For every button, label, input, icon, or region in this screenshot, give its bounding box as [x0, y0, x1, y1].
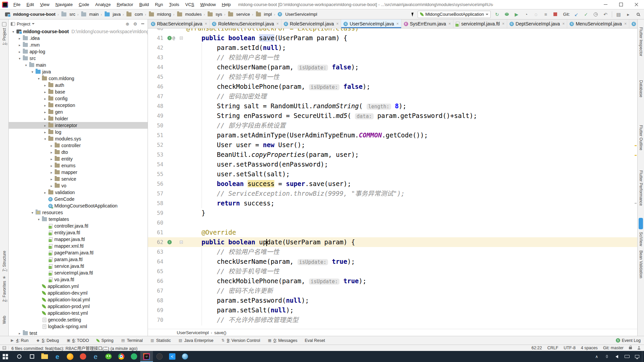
menu-run[interactable]: Run [152, 1, 166, 8]
menu-code[interactable]: Code [76, 1, 92, 8]
rollback-icon[interactable]: ↶ [602, 11, 609, 18]
stop-icon[interactable] [552, 11, 559, 18]
tree-item-.mvn[interactable]: .mvn [9, 42, 148, 48]
run-anything-icon[interactable]: ▸ [625, 11, 632, 18]
breadcrumb-save[interactable]: save() [214, 330, 226, 335]
tool-window-button-statistic[interactable]: Statistic [150, 338, 171, 343]
breadcrumb-item-java[interactable]: java [103, 11, 122, 17]
user-icon[interactable] [637, 346, 641, 350]
chevron-right-icon[interactable] [17, 43, 22, 47]
breadcrumb-item-mldong[interactable]: mldong [147, 11, 172, 17]
profiler-icon[interactable]: ◔ [523, 11, 530, 18]
chevron-right-icon[interactable] [43, 90, 48, 94]
coverage-icon[interactable]: ▶ [513, 11, 520, 18]
stripe-item-web[interactable]: Web [0, 316, 8, 324]
diagram-icon[interactable]: ▤ [615, 11, 622, 18]
edge-icon[interactable] [51, 351, 64, 362]
tree-item-param.java.ftl[interactable]: param.java.ftl [9, 256, 148, 263]
tree-item-mapper[interactable]: mapper [9, 169, 148, 176]
menu-window[interactable]: Window [198, 1, 218, 8]
fold-icon[interactable] [180, 37, 183, 40]
status-message[interactable]: 6 files committed: feat(rbac): RBAC用户管理接… [11, 345, 138, 351]
red-app-icon[interactable] [76, 351, 89, 362]
menu-refactor[interactable]: Refactor [114, 1, 136, 8]
tree-item-controller[interactable]: controller [9, 142, 148, 149]
breadcrumb-item-main[interactable]: main [79, 11, 100, 17]
search-everywhere-icon[interactable] [635, 11, 641, 18]
chevron-down-icon[interactable] [36, 77, 41, 80]
ie-icon[interactable] [89, 351, 102, 362]
tree-item-serviceimpl.java.ftl[interactable]: serviceImpl.java.ftl [9, 269, 148, 276]
commit-icon[interactable]: ✓ [583, 11, 589, 18]
tree-item-application-local.yml[interactable]: application-local.yml [9, 296, 148, 303]
tree-item-resources[interactable]: resources [9, 209, 148, 216]
tree-item-app-log[interactable]: app-log [9, 48, 148, 55]
chevron-right-icon[interactable] [17, 331, 22, 335]
menu-help[interactable]: Help [219, 1, 233, 8]
tree-item-vo.java.ftl[interactable]: vo.java.ftl [9, 276, 148, 283]
monitor-icon[interactable] [632, 351, 642, 362]
chevron-down-icon[interactable] [32, 23, 35, 24]
stripe-item-flutter-performance[interactable]: Flutter Performance [638, 170, 644, 206]
code-editor[interactable]: 40@Transactional(rollbackFor = Exception… [148, 28, 637, 329]
tree-item-.idea[interactable]: .idea [9, 35, 148, 42]
close-icon[interactable] [624, 21, 627, 26]
show-desktop-button[interactable] [642, 351, 644, 362]
chevron-down-icon[interactable] [36, 218, 41, 221]
chevron-right-icon[interactable] [49, 184, 54, 188]
tab-postse[interactable]: PostSe [629, 19, 637, 28]
stripe-item----structure[interactable]: 7: Structure [0, 251, 8, 272]
menu-edit[interactable]: Edit [24, 1, 37, 8]
chevron-down-icon[interactable] [23, 63, 29, 67]
run-config-select[interactable]: MldongCourseBootApplication [418, 11, 491, 18]
chevron-right-icon[interactable] [43, 110, 48, 114]
breadcrumb-item-impl[interactable]: impl [254, 11, 273, 17]
keyboard-icon[interactable] [622, 351, 632, 362]
tree-item-auth[interactable]: auth [9, 82, 148, 88]
breadcrumb-item-UserServiceImpl[interactable]: UserServiceImpl [276, 11, 318, 17]
tree-item-pageparam.java.ftl[interactable]: pageParam.java.ftl [9, 249, 148, 256]
run-icon[interactable]: ↻ [494, 11, 500, 18]
chevron-down-icon[interactable] [30, 70, 35, 74]
close-button[interactable] [629, 0, 644, 9]
menu-file[interactable]: File [11, 1, 23, 8]
stripe-item-sciview[interactable]: SciView [638, 232, 644, 246]
tool-window-button-6--todo[interactable]: 6: TODO [66, 338, 89, 343]
tree-item-com.mldong[interactable]: com.mldong [9, 75, 148, 82]
tree-item-application-test.yml[interactable]: application-test.yml [9, 310, 148, 316]
tree-item-main[interactable]: main [9, 62, 148, 68]
dump-icon[interactable]: ≡ [542, 11, 549, 18]
menu-tools[interactable]: Tools [166, 1, 182, 8]
chevron-right-icon[interactable] [43, 124, 48, 127]
breadcrumb-item-mldong-course-boot[interactable]: mldong-course-boot [3, 11, 56, 17]
tree-item-controller.java.ftl[interactable]: controller.java.ftl [9, 223, 148, 229]
green-app-icon[interactable] [127, 351, 140, 362]
menu-build[interactable]: Build [137, 1, 152, 8]
tree-item-application.yml[interactable]: application.yml [9, 283, 148, 290]
breadcrumb-item-src[interactable]: src [60, 11, 76, 17]
project-panel-title[interactable]: Project [17, 21, 30, 26]
tab-serviceimpl.java.ftl[interactable]: serviceImpl.java.ftl [453, 19, 507, 28]
chevron-right-icon[interactable] [43, 83, 48, 87]
history-icon[interactable] [592, 11, 599, 18]
vscode-icon[interactable] [166, 351, 178, 362]
stripe-item-database[interactable]: Database [638, 80, 644, 97]
breadcrumb-item-sys[interactable]: sys [206, 11, 223, 17]
stripe-item----project[interactable]: 1: Project [0, 28, 8, 45]
idea-icon[interactable] [140, 351, 153, 362]
menu-analyze[interactable]: Analyze [93, 1, 113, 8]
tree-item-holder[interactable]: holder [9, 115, 148, 122]
chevron-right-icon[interactable] [43, 104, 48, 107]
override-marker-icon[interactable] [167, 240, 172, 244]
chevron-down-icon[interactable] [43, 137, 48, 141]
stripe-item-bean-validation[interactable]: Bean Validation [638, 250, 644, 278]
tool-windows-icon[interactable] [2, 22, 6, 26]
tab-menuserviceimpl.java[interactable]: MenuServiceImpl.java [567, 19, 629, 28]
tab-userserviceimpl.java[interactable]: UserServiceImpl.java [341, 19, 401, 28]
explorer-icon[interactable] [38, 351, 51, 362]
tree-item-validation[interactable]: validation [9, 189, 148, 196]
wechat-icon[interactable] [102, 351, 115, 362]
status-item-crlf[interactable]: CRLF [547, 346, 558, 350]
chevron-right-icon[interactable] [43, 130, 48, 134]
tab-rolemenuserviceimpl.java[interactable]: RoleMenuServiceImpl.java [210, 19, 281, 28]
